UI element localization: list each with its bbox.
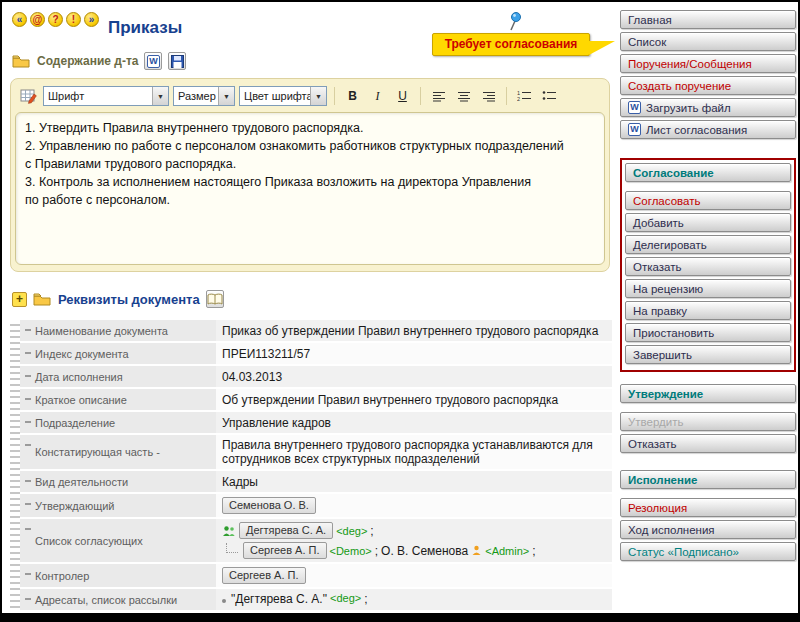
sidebar-item-label: Лист согласования — [646, 124, 747, 136]
reject-approval-button[interactable]: Отказать — [620, 434, 796, 453]
field-value-text: ПРЕИ113211/57 — [222, 347, 310, 361]
to-edit-button[interactable]: На правку — [625, 301, 791, 320]
document-text-line: с Правилами трудового распорядка. — [25, 155, 595, 173]
help-icon[interactable]: ? — [48, 12, 63, 27]
align-center-icon[interactable] — [453, 86, 474, 107]
sidebar-item-create-assignment[interactable]: Создать поручение — [620, 76, 796, 95]
floppy-icon — [171, 55, 184, 68]
align-right-icon[interactable] — [478, 86, 499, 107]
toolbar-separator — [334, 87, 335, 105]
document-text-line: 2. Управлению по работе с персоналом озн… — [25, 137, 595, 155]
sidebar-item-label: Создать поручение — [628, 80, 731, 92]
size-select[interactable]: Размер ▼ — [173, 86, 235, 106]
field-value[interactable]: Об утверждении Правил внутреннего трудов… — [216, 389, 612, 410]
approver-chip[interactable]: Семенова О. В. — [222, 497, 316, 514]
table-row: Утверждающий Семенова О. В. — [20, 494, 612, 517]
sidebar-item-agreement-sheet[interactable]: W Лист согласования — [620, 120, 796, 139]
font-color-select[interactable]: Цвет шрифта ▼ — [239, 86, 327, 106]
user-tag: <deg> — [336, 525, 367, 537]
add-button[interactable]: Добавить — [625, 213, 791, 232]
agreer-chip[interactable]: Дегтярева С. А. — [239, 522, 333, 539]
agreer-chip[interactable]: Сергеев А. П. — [243, 542, 327, 559]
content-editor: Шрифт ▼ Размер ▼ Цвет шрифта ▼ B I U — [10, 78, 610, 272]
underline-button[interactable]: U — [392, 86, 413, 107]
section-header-label: Утверждение — [628, 388, 703, 400]
execution-progress-button[interactable]: Ход исполнения — [620, 520, 796, 539]
suspend-button[interactable]: Приостановить — [625, 323, 791, 342]
field-label-text: Дата исполнения — [35, 371, 123, 383]
field-label-text: Адресаты, список рассылки — [35, 594, 177, 606]
field-label: Краткое описание — [20, 389, 216, 410]
field-label: Адресаты, список рассылки — [20, 589, 216, 610]
word-icon: W — [628, 123, 641, 136]
field-label: Подразделение — [20, 412, 216, 433]
numbered-list-icon[interactable]: 12 — [514, 86, 535, 107]
document-text-editor[interactable]: 1. Утвердить Правила внутреннего трудово… — [15, 112, 605, 265]
section-header-label: Исполнение — [628, 474, 697, 486]
toolbar-separator — [420, 87, 421, 105]
agreer-name: О. В. Семенова — [381, 544, 468, 558]
italic-button[interactable]: I — [367, 86, 388, 107]
dictionary-button[interactable] — [206, 290, 224, 308]
agreement-section-header: Согласование — [625, 163, 791, 182]
sidebar-item-home[interactable]: Главная — [620, 10, 796, 29]
status-signed-button[interactable]: Статус «Подписано» — [620, 542, 796, 561]
separator-text: ; — [364, 592, 367, 606]
button-label: Завершить — [633, 349, 692, 361]
field-label: Индекс документа — [20, 343, 216, 364]
tree-connector — [226, 543, 238, 553]
status-callout: Требует согласования — [432, 33, 590, 56]
to-review-button[interactable]: На рецензию — [625, 279, 791, 298]
field-value: Дегтярева С. А. <deg> ; Сергеев А. П. <D… — [216, 519, 612, 562]
button-label: Приостановить — [633, 327, 714, 339]
edit-table-icon[interactable] — [18, 86, 39, 107]
forward-icon[interactable]: » — [84, 12, 99, 27]
field-value-text: Приказ об утверждении Правил внутреннего… — [222, 324, 598, 338]
align-left-icon[interactable] — [428, 86, 449, 107]
field-label: Список согласующих — [20, 519, 216, 562]
field-value[interactable]: Приказ об утверждении Правил внутреннего… — [216, 320, 612, 341]
agree-button[interactable]: Согласовать — [625, 191, 791, 210]
save-button[interactable] — [168, 52, 186, 70]
addressee-name: "Дегтярева С. А." — [231, 592, 327, 606]
approve-button: Утвердить — [620, 412, 796, 431]
sidebar-item-assignments[interactable]: Поручения/Сообщения — [620, 54, 796, 73]
field-value[interactable]: Управление кадров — [216, 412, 612, 433]
admin-user-icon — [471, 545, 482, 556]
bold-button[interactable]: B — [342, 86, 363, 107]
field-value[interactable]: 04.03.2013 — [216, 366, 612, 387]
document-text-line: по работе с персоналом. — [25, 191, 595, 209]
refuse-button[interactable]: Отказать — [625, 257, 791, 276]
bullet-list-icon[interactable] — [539, 86, 560, 107]
sidebar-item-list[interactable]: Список — [620, 32, 796, 51]
field-value[interactable]: ПРЕИ113211/57 — [216, 343, 612, 364]
field-label-text: Краткое описание — [35, 394, 127, 406]
field-value: Сергеев А. П. — [216, 564, 612, 587]
field-value[interactable]: Кадры — [216, 471, 612, 492]
field-label: Констатирующая часть - — [20, 435, 216, 469]
table-row: Дата исполнения 04.03.2013 — [20, 366, 612, 387]
agreers-icon[interactable] — [222, 525, 236, 537]
sidebar-item-upload-file[interactable]: W Загрузить файл — [620, 98, 796, 117]
font-color-select-value: Цвет шрифта — [240, 90, 310, 102]
button-label: Статус «Подписано» — [628, 546, 739, 558]
field-value-text: 04.03.2013 — [222, 370, 282, 384]
alert-icon[interactable]: ! — [66, 12, 81, 27]
add-field-button[interactable]: + — [12, 292, 27, 307]
resolution-button[interactable]: Резолюция — [620, 498, 796, 517]
controller-chip[interactable]: Сергеев А. П. — [222, 567, 306, 584]
field-label: Дата исполнения — [20, 366, 216, 387]
mail-icon[interactable]: @ — [30, 12, 45, 27]
sidebar-item-label: Поручения/Сообщения — [628, 58, 752, 70]
finish-button[interactable]: Завершить — [625, 345, 791, 364]
field-label-text: Констатирующая часть - — [35, 446, 160, 458]
button-label: Отказать — [633, 261, 681, 273]
word-export-button[interactable]: W — [144, 52, 162, 70]
delegate-button[interactable]: Делегировать — [625, 235, 791, 254]
button-label: Согласовать — [633, 195, 700, 207]
button-label: Резолюция — [628, 502, 687, 514]
back-icon[interactable]: « — [12, 12, 27, 27]
font-select[interactable]: Шрифт ▼ — [43, 86, 169, 106]
field-value[interactable]: Правила внутреннего трудового распорядка… — [216, 435, 612, 469]
field-label-text: Вид деятельности — [35, 476, 128, 488]
